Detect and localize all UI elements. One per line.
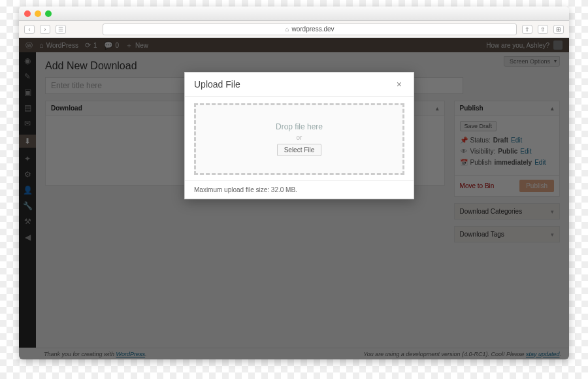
address-text: wordpress.dev bbox=[292, 25, 335, 33]
browser-toolbar: ‹ › ☰ ⌂ wordpress.dev ⇪ ⇧ ⊞ bbox=[19, 21, 569, 38]
dropzone-or: or bbox=[297, 134, 302, 141]
sidebar-button[interactable]: ☰ bbox=[56, 25, 66, 34]
address-bar[interactable]: ⌂ wordpress.dev bbox=[103, 24, 517, 35]
mac-titlebar bbox=[19, 7, 569, 21]
share-button[interactable]: ⇧ bbox=[538, 25, 548, 34]
modal-title: Upload File bbox=[194, 79, 240, 90]
select-file-button[interactable]: Select File bbox=[277, 144, 322, 156]
zoom-window-icon[interactable] bbox=[45, 10, 52, 17]
close-window-icon[interactable] bbox=[24, 10, 31, 17]
upload-file-modal: Upload File × Drop file here or Select F… bbox=[184, 72, 414, 199]
reader-button[interactable]: ⇪ bbox=[522, 25, 532, 34]
close-icon[interactable]: × bbox=[394, 79, 404, 90]
lock-icon: ⌂ bbox=[285, 25, 289, 33]
mac-window: ‹ › ☰ ⌂ wordpress.dev ⇪ ⇧ ⊞ ⓦ ⌂ WordPres… bbox=[19, 7, 569, 359]
minimize-window-icon[interactable] bbox=[35, 10, 41, 17]
back-button[interactable]: ‹ bbox=[24, 25, 35, 34]
viewport: ⓦ ⌂ WordPress ⟳ 1 💬 0 ＋ New bbox=[19, 38, 569, 359]
modal-footer-text: Maximum upload file size: 32.0 MB. bbox=[185, 180, 414, 199]
forward-button[interactable]: › bbox=[40, 25, 50, 34]
tabs-button[interactable]: ⊞ bbox=[553, 25, 564, 34]
dropzone-text: Drop file here bbox=[276, 122, 323, 131]
file-dropzone[interactable]: Drop file here or Select File bbox=[194, 103, 404, 175]
